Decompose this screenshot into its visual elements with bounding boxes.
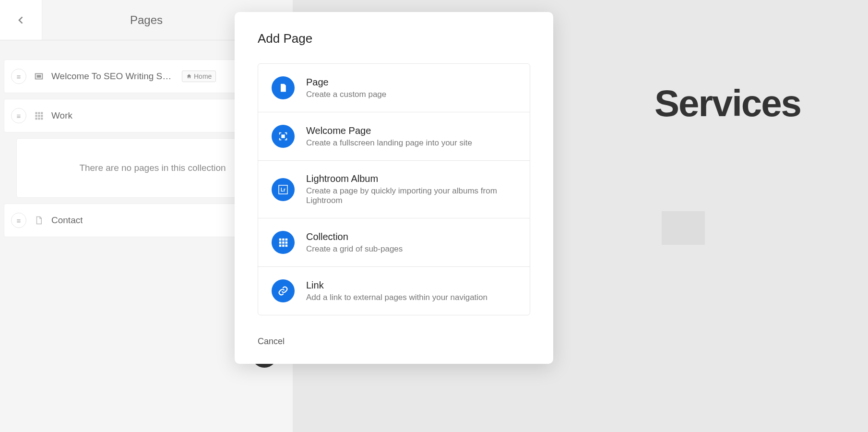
svg-rect-20 xyxy=(279,245,282,247)
cancel-button[interactable]: Cancel xyxy=(258,336,285,347)
grid-icon xyxy=(272,231,295,254)
option-desc: Create a grid of sub-pages xyxy=(306,244,516,254)
link-icon xyxy=(272,279,295,302)
option-lightroom-album[interactable]: Lr Lightroom Album Create a page by quic… xyxy=(258,161,530,218)
option-link[interactable]: Link Add a link to external pages within… xyxy=(258,267,530,315)
svg-text:Lr: Lr xyxy=(281,187,285,192)
svg-rect-17 xyxy=(279,241,282,244)
svg-rect-18 xyxy=(282,241,285,244)
option-desc: Create a fullscreen landing page into yo… xyxy=(306,138,516,148)
lightroom-icon: Lr xyxy=(272,178,295,201)
svg-rect-16 xyxy=(285,239,288,241)
modal-overlay: Add Page Page Create a custom page Welco… xyxy=(0,0,868,432)
svg-rect-15 xyxy=(282,239,285,241)
svg-rect-22 xyxy=(285,245,288,247)
option-collection[interactable]: Collection Create a grid of sub-pages xyxy=(258,218,530,267)
option-title: Welcome Page xyxy=(306,125,516,136)
option-title: Collection xyxy=(306,231,516,242)
fullscreen-icon xyxy=(272,125,295,148)
svg-rect-11 xyxy=(281,134,285,138)
option-page[interactable]: Page Create a custom page xyxy=(258,64,530,112)
page-icon xyxy=(272,76,295,99)
svg-rect-19 xyxy=(285,241,288,244)
option-title: Lightroom Album xyxy=(306,173,516,184)
option-title: Page xyxy=(306,77,516,88)
modal-title: Add Page xyxy=(258,31,530,46)
svg-rect-21 xyxy=(282,245,285,247)
add-page-modal: Add Page Page Create a custom page Welco… xyxy=(235,12,553,364)
option-welcome-page[interactable]: Welcome Page Create a fullscreen landing… xyxy=(258,112,530,161)
option-desc: Create a page by quickly importing your … xyxy=(306,186,516,205)
page-type-options: Page Create a custom page Welcome Page C… xyxy=(258,63,530,315)
option-desc: Add a link to external pages within your… xyxy=(306,293,516,302)
option-title: Link xyxy=(306,280,516,291)
svg-rect-14 xyxy=(279,239,282,241)
option-desc: Create a custom page xyxy=(306,90,516,99)
